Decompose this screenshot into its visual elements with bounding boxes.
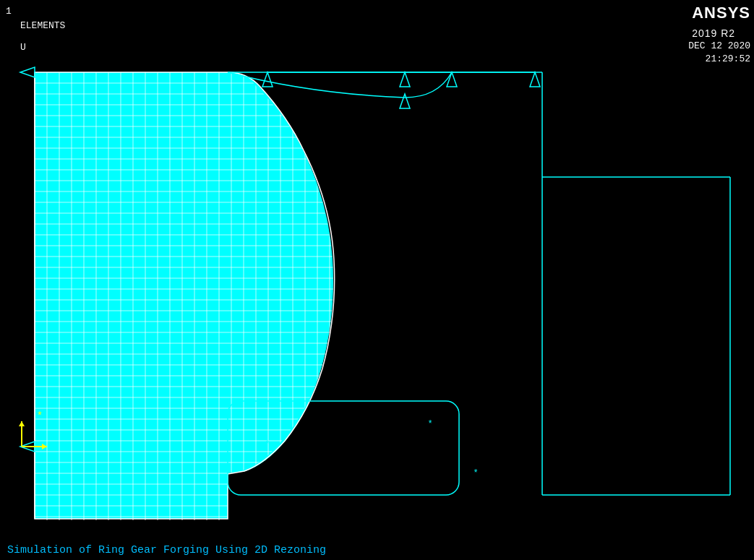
datetime-label: DEC 12 2020 21:29:52: [688, 40, 750, 66]
bottom-title: Simulation of Ring Gear Forging Using 2D…: [0, 540, 754, 560]
svg-text:*: *: [427, 419, 432, 429]
elements-label: ELEMENTS: [20, 20, 65, 31]
svg-marker-73: [20, 67, 35, 77]
svg-text:*: *: [473, 468, 478, 478]
svg-marker-78: [447, 72, 457, 87]
svg-marker-75: [262, 72, 273, 87]
svg-text:*: *: [265, 439, 270, 449]
svg-marker-77: [400, 72, 410, 87]
svg-marker-76: [400, 94, 410, 108]
canvas-area: * * * * 1 ELEMENTS U ANSYS 2019 R2 DEC 1…: [0, 0, 754, 560]
main-svg: * * * *: [0, 0, 754, 540]
svg-marker-79: [530, 72, 540, 87]
svg-marker-87: [19, 421, 25, 426]
frame-number-label: 1: [6, 6, 12, 17]
ansys-logo: ANSYS 2019 R2: [692, 4, 750, 41]
svg-text:*: *: [37, 410, 43, 422]
u-label: U: [20, 42, 26, 53]
